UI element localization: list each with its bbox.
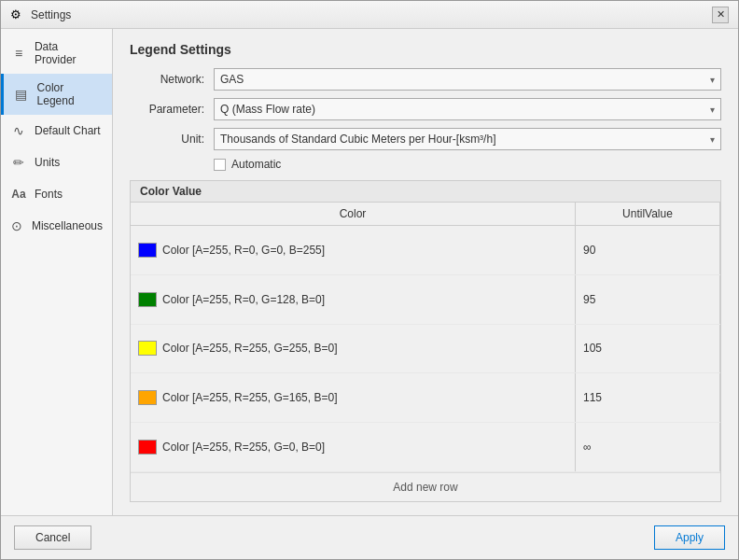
color-label: Color [A=255, R=255, G=0, B=0] [162, 441, 325, 454]
settings-window: ⚙ Settings ✕ ≡ Data Provider ▤ Color Leg… [0, 0, 739, 560]
color-value-section: Color Value Color UntilValue Color [A=25… [130, 180, 721, 502]
until-value-cell: 90 [575, 226, 719, 275]
until-value-cell: 105 [575, 324, 719, 373]
parameter-row: Parameter: Q (Mass Flow rate) ▾ [130, 98, 721, 120]
unit-dropdown-arrow: ▾ [710, 134, 715, 145]
color-label: Color [A=255, R=255, G=255, B=0] [162, 342, 337, 355]
unit-value: Thousands of Standard Cubic Meters per H… [220, 133, 495, 146]
parameter-label: Parameter: [130, 103, 204, 116]
table-row[interactable]: Color [A=255, R=0, G=0, B=255] 90 [131, 226, 720, 275]
sidebar-item-data-provider[interactable]: ≡ Data Provider [1, 33, 112, 74]
until-value-cell: 115 [575, 373, 719, 423]
table-row[interactable]: Color [A=255, R=255, G=165, B=0] 115 [131, 373, 720, 423]
unit-row: Unit: Thousands of Standard Cubic Meters… [130, 128, 721, 150]
color-label: Color [A=255, R=255, G=165, B=0] [162, 391, 337, 404]
color-cell: Color [A=255, R=0, G=128, B=0] [131, 274, 575, 324]
parameter-dropdown-arrow: ▾ [710, 105, 715, 115]
sidebar-item-fonts[interactable]: Aa Fonts [1, 178, 112, 210]
parameter-select[interactable]: Q (Mass Flow rate) ▾ [214, 98, 721, 120]
sidebar-item-miscellaneous[interactable]: ⊙ Miscellaneous [1, 210, 112, 242]
sidebar-label-default-chart: Default Chart [35, 124, 101, 137]
settings-icon: ⚙ [10, 7, 25, 22]
network-dropdown-arrow: ▾ [710, 75, 715, 85]
color-cell: Color [A=255, R=255, G=165, B=0] [131, 373, 575, 423]
col-header-until: UntilValue [575, 203, 719, 226]
color-cell: Color [A=255, R=255, G=255, B=0] [131, 324, 575, 373]
color-value-header: Color Value [131, 181, 720, 203]
unit-select[interactable]: Thousands of Standard Cubic Meters per H… [214, 128, 721, 150]
color-cell: Color [A=255, R=0, G=0, B=255] [131, 226, 575, 275]
network-select[interactable]: GAS ▾ [214, 68, 721, 91]
until-value-cell: 95 [575, 274, 719, 324]
color-legend-icon: ▤ [13, 86, 30, 103]
unit-label: Unit: [130, 133, 204, 146]
close-button[interactable]: ✕ [712, 7, 729, 23]
cancel-button[interactable]: Cancel [14, 525, 91, 550]
automatic-row: Automatic [214, 158, 721, 171]
sidebar-label-miscellaneous: Miscellaneous [32, 219, 103, 232]
col-header-color: Color [131, 203, 575, 226]
miscellaneous-icon: ⊙ [10, 217, 24, 234]
default-chart-icon: ∿ [10, 122, 27, 139]
sidebar-item-color-legend[interactable]: ▤ Color Legend [1, 74, 112, 115]
main-content: ≡ Data Provider ▤ Color Legend ∿ Default… [1, 29, 738, 515]
table-row[interactable]: Color [A=255, R=255, G=0, B=0] ∞ [131, 423, 720, 472]
network-label: Network: [130, 73, 204, 86]
panel-title: Legend Settings [130, 42, 721, 57]
network-value: GAS [220, 73, 244, 86]
color-swatch [138, 390, 157, 405]
data-provider-icon: ≡ [10, 45, 27, 62]
automatic-label: Automatic [231, 158, 281, 171]
fonts-icon: Aa [10, 186, 27, 203]
bottom-bar: Cancel Apply [1, 515, 738, 559]
color-swatch [138, 440, 157, 455]
sidebar-label-units: Units [35, 156, 60, 169]
network-row: Network: GAS ▾ [130, 68, 721, 91]
window-title: Settings [31, 8, 71, 21]
units-icon: ✏ [10, 154, 27, 171]
sidebar-item-units[interactable]: ✏ Units [1, 147, 112, 178]
color-table-wrapper: Color UntilValue Color [A=255, R=0, G=0,… [131, 203, 720, 501]
color-swatch [138, 243, 157, 258]
right-panel: Legend Settings Network: GAS ▾ Parameter… [113, 29, 738, 515]
title-bar: ⚙ Settings ✕ [1, 1, 738, 29]
sidebar-item-default-chart[interactable]: ∿ Default Chart [1, 115, 112, 147]
automatic-checkbox[interactable] [214, 159, 226, 171]
table-row[interactable]: Color [A=255, R=255, G=255, B=0] 105 [131, 324, 720, 373]
color-label: Color [A=255, R=0, G=0, B=255] [162, 244, 325, 257]
color-swatch [138, 341, 157, 356]
parameter-value: Q (Mass Flow rate) [220, 103, 315, 116]
add-new-row-button[interactable]: Add new row [131, 472, 720, 501]
color-table: Color UntilValue Color [A=255, R=0, G=0,… [131, 203, 720, 472]
sidebar-label-color-legend: Color Legend [37, 81, 103, 107]
title-bar-left: ⚙ Settings [10, 7, 71, 22]
table-row[interactable]: Color [A=255, R=0, G=128, B=0] 95 [131, 274, 720, 324]
until-value-cell: ∞ [575, 423, 719, 472]
sidebar-label-fonts: Fonts [35, 188, 63, 201]
apply-button[interactable]: Apply [654, 525, 725, 550]
color-label: Color [A=255, R=0, G=128, B=0] [162, 293, 325, 306]
sidebar: ≡ Data Provider ▤ Color Legend ∿ Default… [1, 29, 113, 515]
color-cell: Color [A=255, R=255, G=0, B=0] [131, 423, 575, 472]
color-swatch [138, 292, 157, 307]
sidebar-label-data-provider: Data Provider [35, 40, 103, 66]
